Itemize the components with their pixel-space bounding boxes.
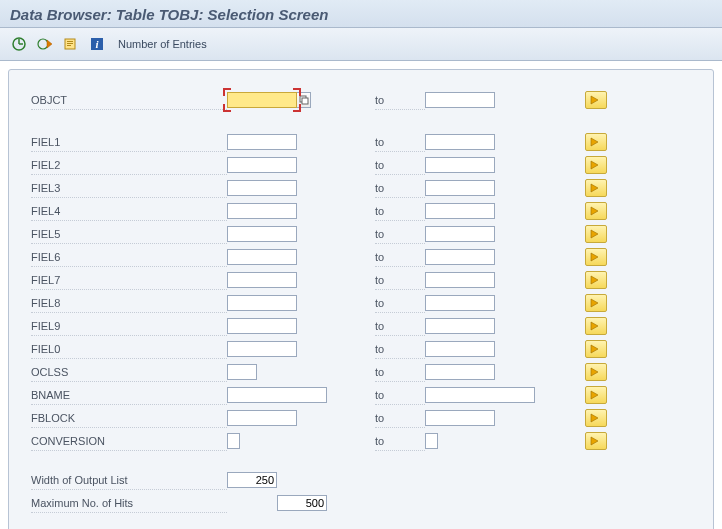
field-label: FIEL6 [31, 248, 227, 267]
to-input[interactable] [425, 134, 495, 150]
to-label: to [375, 202, 425, 221]
to-input[interactable] [425, 341, 495, 357]
to-cell [425, 433, 545, 449]
svg-rect-12 [302, 98, 308, 104]
focus-indicator [227, 92, 311, 108]
multiple-selection-button[interactable] [585, 179, 607, 197]
from-input[interactable] [227, 226, 297, 242]
max-hits-row: Maximum No. of Hits [31, 493, 691, 513]
number-of-entries-link[interactable]: Number of Entries [118, 38, 207, 50]
multiple-selection-button[interactable] [585, 432, 607, 450]
from-input[interactable] [227, 387, 327, 403]
field-label: CONVERSION [31, 432, 227, 451]
to-cell [425, 295, 545, 311]
main-area: OBJCT to [0, 61, 722, 529]
field-label: FIEL8 [31, 294, 227, 313]
from-input[interactable] [227, 364, 257, 380]
objct-from-input[interactable] [227, 92, 297, 108]
to-label: to [375, 156, 425, 175]
svg-marker-26 [591, 414, 598, 422]
from-input[interactable] [227, 341, 297, 357]
opt-cell [585, 179, 607, 197]
opt-cell [585, 248, 607, 266]
multiple-selection-button[interactable] [585, 386, 607, 404]
from-input[interactable] [227, 410, 297, 426]
svg-marker-19 [591, 253, 598, 261]
to-cell [425, 134, 545, 150]
svg-point-3 [38, 39, 48, 49]
selection-row: FIEL5to [31, 224, 691, 244]
from-input[interactable] [227, 318, 297, 334]
multiple-selection-button[interactable] [585, 271, 607, 289]
to-input[interactable] [425, 226, 495, 242]
selection-row: FIEL8to [31, 293, 691, 313]
opt-cell [585, 409, 607, 427]
execute-icon[interactable] [10, 35, 28, 53]
field-label: FIEL1 [31, 133, 227, 152]
from-input[interactable] [227, 157, 297, 173]
opt-cell [585, 271, 607, 289]
info-icon[interactable]: i [88, 35, 106, 53]
to-input[interactable] [425, 433, 438, 449]
from-cell [227, 318, 347, 334]
objct-to-input[interactable] [425, 92, 495, 108]
to-label: to [375, 271, 425, 290]
svg-rect-7 [67, 43, 73, 44]
from-input[interactable] [227, 433, 240, 449]
multiple-selection-button[interactable] [585, 156, 607, 174]
field-label: FIEL7 [31, 271, 227, 290]
to-label: to [375, 179, 425, 198]
svg-marker-25 [591, 391, 598, 399]
multiple-selection-button[interactable] [585, 225, 607, 243]
from-cell [227, 92, 347, 108]
max-hits-input[interactable] [277, 495, 327, 511]
multiple-selection-button[interactable] [585, 133, 607, 151]
to-input[interactable] [425, 249, 495, 265]
selection-row: FIEL1to [31, 132, 691, 152]
to-input[interactable] [425, 272, 495, 288]
from-cell [227, 157, 347, 173]
from-input[interactable] [227, 203, 297, 219]
to-input[interactable] [425, 364, 495, 380]
multiple-selection-button[interactable] [585, 248, 607, 266]
multiple-selection-button[interactable] [585, 317, 607, 335]
execute-with-variant-icon[interactable] [36, 35, 54, 53]
selection-row: FIEL9to [31, 316, 691, 336]
multiple-selection-button[interactable] [585, 202, 607, 220]
get-variant-icon[interactable] [62, 35, 80, 53]
field-label: BNAME [31, 386, 227, 405]
field-label: FIEL9 [31, 317, 227, 336]
multiple-selection-button[interactable] [585, 294, 607, 312]
multiple-selection-button[interactable] [585, 363, 607, 381]
to-input[interactable] [425, 180, 495, 196]
multiple-selection-button[interactable] [585, 91, 607, 109]
from-input[interactable] [227, 134, 297, 150]
svg-rect-8 [67, 45, 71, 46]
from-input[interactable] [227, 180, 297, 196]
opt-cell [585, 202, 607, 220]
opt-cell [585, 386, 607, 404]
to-input[interactable] [425, 318, 495, 334]
from-input[interactable] [227, 249, 297, 265]
svg-marker-21 [591, 299, 598, 307]
max-hits-label: Maximum No. of Hits [31, 494, 227, 513]
opt-cell [585, 225, 607, 243]
to-input[interactable] [425, 410, 495, 426]
field-label: FIEL4 [31, 202, 227, 221]
selection-row: FIEL2to [31, 155, 691, 175]
opt-cell [585, 91, 607, 109]
to-cell [425, 410, 545, 426]
to-input[interactable] [425, 157, 495, 173]
to-input[interactable] [425, 387, 535, 403]
to-input[interactable] [425, 203, 495, 219]
multiple-selection-button[interactable] [585, 409, 607, 427]
to-input[interactable] [425, 295, 495, 311]
from-input[interactable] [227, 272, 297, 288]
from-cell [227, 364, 347, 380]
from-input[interactable] [227, 295, 297, 311]
width-output-input[interactable] [227, 472, 277, 488]
multiple-selection-button[interactable] [585, 340, 607, 358]
opt-cell [585, 133, 607, 151]
from-cell [227, 249, 347, 265]
to-cell [425, 341, 545, 357]
